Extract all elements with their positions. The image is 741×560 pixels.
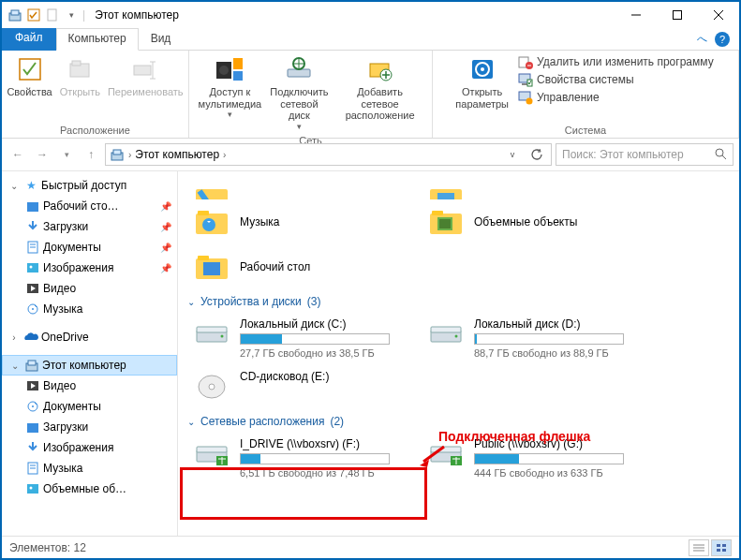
svg-rect-64 xyxy=(198,211,209,215)
svg-rect-58 xyxy=(27,484,38,494)
help-icon[interactable]: ? xyxy=(715,32,730,47)
tree-onedrive[interactable]: › OneDrive xyxy=(2,327,177,347)
tree-quick-access[interactable]: ⌄ ★ Быстрый доступ xyxy=(2,175,177,196)
folder-icon xyxy=(24,398,41,415)
tree-item[interactable]: Видео xyxy=(2,376,177,396)
svg-rect-18 xyxy=(233,71,243,81)
maximize-button[interactable] xyxy=(657,2,698,28)
svg-rect-5 xyxy=(674,11,682,20)
tree-item[interactable]: Загрузки xyxy=(2,417,177,437)
content-pane[interactable]: МузыкаОбъемные объекты Рабочий стол ⌄ Ус… xyxy=(178,171,739,536)
drive-item[interactable]: Локальный диск (C:)27,7 ГБ свободно из 3… xyxy=(187,312,422,364)
up-button[interactable]: ↑ xyxy=(81,143,101,166)
window-title: Этот компьютер xyxy=(89,8,179,22)
tab-view[interactable]: Вид xyxy=(139,28,184,51)
status-item-count: Элементов: 12 xyxy=(9,541,86,554)
annotation-label: Подключенная флешка xyxy=(438,429,590,444)
refresh-button[interactable] xyxy=(526,144,547,165)
tree-item[interactable]: Рабочий сто…📌 xyxy=(2,196,177,216)
drive-item[interactable]: CD-дисковод (E:) xyxy=(187,364,422,409)
address-segment[interactable]: Этот компьютер xyxy=(135,148,219,161)
ribbon-group-system-label: Система xyxy=(438,123,733,138)
tree-item[interactable]: Изображения📌 xyxy=(2,258,177,278)
folder-icon xyxy=(24,280,41,297)
ribbon-group-location-label: Расположение xyxy=(7,123,183,138)
folder-icon xyxy=(191,203,232,241)
svg-rect-49 xyxy=(28,361,36,365)
media-access-button[interactable]: Доступ к мультимедиа ▾ xyxy=(195,52,265,121)
navigation-tree[interactable]: ⌄ ★ Быстрый доступ Рабочий сто…📌Загрузки… xyxy=(2,171,178,536)
tree-item[interactable]: Изображения xyxy=(2,437,177,458)
add-network-location-button[interactable]: Добавить сетевое расположение xyxy=(333,52,426,124)
search-icon[interactable] xyxy=(714,147,727,163)
tree-item[interactable]: Объемные об… xyxy=(2,479,177,499)
drive-icon xyxy=(191,370,232,404)
address-bar[interactable]: › Этот компьютер › v xyxy=(105,143,552,166)
folder-item[interactable] xyxy=(187,175,422,199)
address-icon xyxy=(110,147,125,162)
tree-item[interactable]: Музыка xyxy=(2,458,177,479)
forward-button[interactable]: → xyxy=(32,143,52,166)
uninstall-program-button[interactable]: Удалить или изменить программу xyxy=(516,53,716,70)
tab-file[interactable]: Файл xyxy=(2,28,56,51)
folder-icon xyxy=(24,377,41,394)
folder-item[interactable]: Объемные объекты xyxy=(422,199,656,244)
qat-dropdown-icon[interactable]: ▾ xyxy=(64,7,79,22)
svg-point-65 xyxy=(202,218,215,231)
open-settings-button[interactable]: Открыть параметры xyxy=(452,52,512,111)
nav-row: ← → ▾ ↑ › Этот компьютер › v xyxy=(2,139,739,170)
tree-this-pc[interactable]: ⌄ Этот компьютер xyxy=(2,355,177,376)
tree-item[interactable]: Документы📌 xyxy=(2,237,177,258)
system-properties-button[interactable]: Свойства системы xyxy=(516,71,716,88)
svg-rect-17 xyxy=(233,58,243,69)
svg-rect-67 xyxy=(432,211,443,215)
tab-computer[interactable]: Компьютер xyxy=(56,28,139,51)
svg-rect-1 xyxy=(11,10,19,15)
chevron-down-icon: ⌄ xyxy=(187,297,195,307)
svg-point-16 xyxy=(219,66,229,75)
search-box[interactable] xyxy=(556,143,734,166)
svg-point-80 xyxy=(209,384,215,390)
folder-icon xyxy=(24,460,41,477)
address-dropdown-icon[interactable]: v xyxy=(502,144,523,165)
annotation-highlight xyxy=(180,467,427,520)
tree-item[interactable]: Музыка xyxy=(2,299,177,319)
svg-point-78 xyxy=(455,335,458,338)
explorer-window: ▾ | Этот компьютер Файл Компьютер Вид へ … xyxy=(0,0,741,560)
collapse-ribbon-icon[interactable]: へ xyxy=(697,32,707,46)
svg-rect-38 xyxy=(27,202,38,212)
tree-item[interactable]: Загрузки📌 xyxy=(2,216,177,237)
view-icons-button[interactable] xyxy=(711,539,732,556)
rename-button[interactable]: Переименовать xyxy=(104,52,187,100)
svg-rect-3 xyxy=(48,9,56,21)
computer-icon xyxy=(23,357,40,374)
folder-item[interactable] xyxy=(422,175,656,199)
svg-point-25 xyxy=(481,67,484,71)
folder-icon xyxy=(24,239,41,256)
search-input[interactable] xyxy=(562,148,714,161)
svg-rect-10 xyxy=(72,61,81,66)
recent-dropdown[interactable]: ▾ xyxy=(56,143,77,166)
tree-item[interactable]: Документы xyxy=(2,396,177,417)
svg-rect-71 xyxy=(198,256,209,260)
folder-icon xyxy=(425,203,467,241)
folder-item[interactable]: Музыка xyxy=(187,199,422,244)
svg-rect-30 xyxy=(522,83,527,85)
minimize-button[interactable] xyxy=(615,2,657,28)
titlebar: ▾ | Этот компьютер xyxy=(2,2,739,28)
tree-item[interactable]: Видео xyxy=(2,278,177,299)
group-header-devices[interactable]: ⌄ Устройства и диски (3) xyxy=(187,289,730,312)
map-network-drive-button[interactable]: Подключить сетевой диск ▾ xyxy=(265,52,333,133)
manage-button[interactable]: Управление xyxy=(516,89,716,106)
folder-item[interactable]: Рабочий стол xyxy=(187,244,422,289)
svg-rect-35 xyxy=(113,150,121,155)
ribbon: Свойства Открыть Переименовать Расположе… xyxy=(2,51,739,139)
close-button[interactable] xyxy=(698,2,739,28)
drive-item[interactable]: Локальный диск (D:)88,7 ГБ свободно из 8… xyxy=(422,312,656,364)
properties-button[interactable]: Свойства xyxy=(3,52,55,100)
qat-properties-icon[interactable] xyxy=(26,7,41,22)
open-button[interactable]: Открыть xyxy=(56,52,104,100)
back-button[interactable]: ← xyxy=(7,143,28,166)
qat-new-icon[interactable] xyxy=(45,7,60,22)
view-details-button[interactable] xyxy=(689,539,709,556)
